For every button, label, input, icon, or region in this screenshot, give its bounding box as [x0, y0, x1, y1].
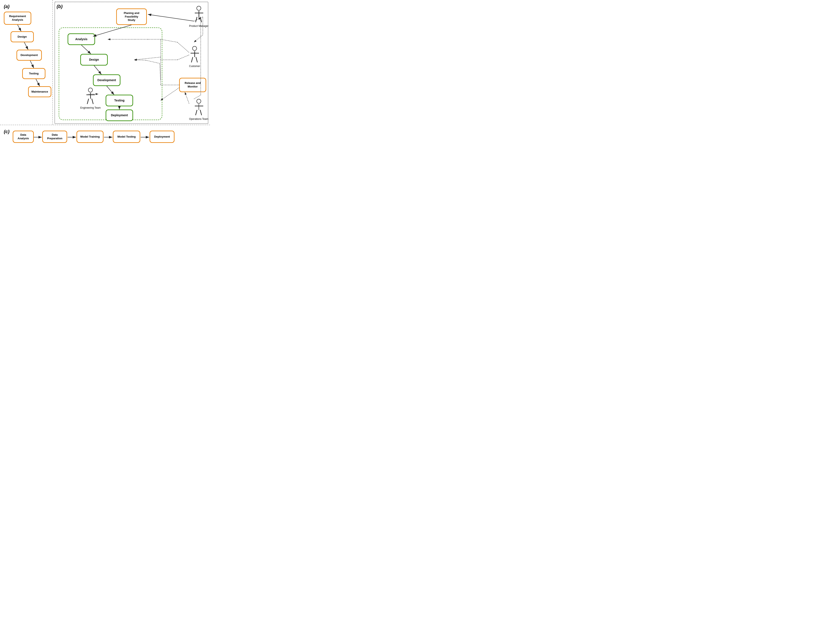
deployment-c-box: Deployment [150, 131, 175, 143]
section-c-label: (c) [4, 129, 9, 134]
operations-team-label: Operations Team [189, 117, 208, 121]
main-container: (a) Requirement Analysis Design Developm… [0, 0, 210, 157]
deployment-b-box: Deployment [106, 109, 133, 121]
data-analysis-box: Data Analysis [13, 131, 34, 143]
svg-line-5 [36, 79, 40, 86]
testing-b-box: Testing [106, 95, 133, 106]
product-manager-figure: Product Manager [189, 6, 208, 28]
model-testing-box: Model Testing [113, 131, 140, 143]
requirement-analysis-box: Requirement Analysis [4, 12, 31, 25]
vertical-divider [52, 0, 53, 125]
product-manager-label: Product Manager [189, 25, 208, 28]
customer-figure: Customer [189, 46, 200, 68]
product-manager-head [196, 6, 201, 11]
operations-team-head [196, 99, 201, 104]
data-preparation-box: DataPreparation [42, 131, 67, 143]
development-b-box: Development [93, 74, 120, 86]
engineering-team-figure: Engineering Team [80, 88, 101, 110]
operations-team-figure: Operations Team [189, 99, 208, 121]
engineering-team-head [88, 88, 93, 92]
customer-label: Customer [189, 65, 200, 68]
engineering-team-label: Engineering Team [80, 106, 101, 110]
model-training-box: Model Training [76, 131, 104, 143]
release-monitor-box: Release andMonitor [179, 78, 206, 92]
section-b-label: (b) [57, 4, 63, 9]
planning-box: Planing andFeasibilityStudy [116, 8, 147, 25]
svg-line-2 [17, 25, 21, 31]
svg-line-3 [24, 42, 28, 50]
testing-a-box: Testing [22, 68, 46, 79]
design-b-box: Design [80, 54, 108, 65]
svg-line-4 [30, 61, 34, 68]
analysis-b-box: Analysis [68, 33, 95, 45]
development-a-box: Development [16, 50, 42, 61]
horizontal-divider [0, 125, 210, 125]
customer-head [192, 46, 197, 51]
maintenance-a-box: Maintenance [28, 86, 51, 97]
design-a-box: Design [11, 31, 34, 42]
section-a-label: (a) [4, 4, 9, 9]
